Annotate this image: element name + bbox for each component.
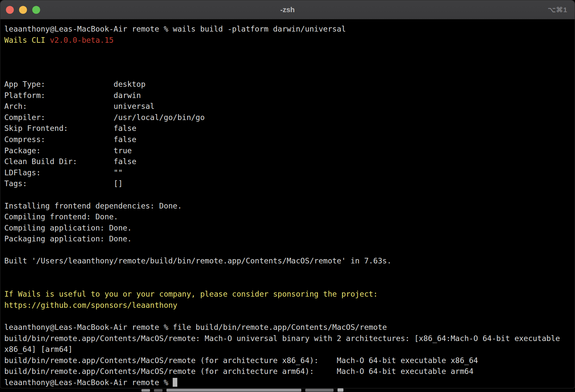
- terminal-line: LDFlags: "": [4, 167, 571, 179]
- terminal-text-span: leaanthony@Leas-MacBook-Air remote % wai…: [4, 25, 346, 33]
- terminal-cursor: [173, 378, 177, 387]
- terminal-text-span: Compress: false: [4, 135, 137, 144]
- terminal-line: Compiler: /usr/local/go/bin/go: [4, 112, 571, 123]
- terminal-text-span: Skip Frontend: false: [4, 124, 137, 133]
- terminal-line: x86_64] [arm64]: [4, 344, 571, 355]
- terminal-text-span: build/bin/remote.app/Contents/MacOS/remo…: [4, 367, 473, 376]
- terminal-text-span: Arch: universal: [4, 102, 155, 110]
- terminal-line: leaanthony@Leas-MacBook-Air remote %: [4, 377, 571, 388]
- terminal-text-span: leaanthony@Leas-MacBook-Air remote %: [4, 378, 173, 387]
- terminal-line: [4, 189, 571, 201]
- terminal-text-span: Compiling frontend: Done.: [4, 212, 118, 221]
- terminal-text-span: build/bin/remote.app/Contents/MacOS/remo…: [4, 334, 560, 343]
- terminal-text-span: v2.0.0-beta.15: [50, 36, 113, 44]
- terminal-text-span: Wails CLI: [4, 36, 50, 44]
- terminal-line: Skip Frontend: false: [4, 123, 571, 134]
- background-fragment: [141, 389, 150, 392]
- terminal-text-span: build/bin/remote.app/Contents/MacOS/remo…: [4, 356, 478, 365]
- terminal-text-span: Installing frontend dependencies: Done.: [4, 202, 182, 210]
- terminal-line: Built '/Users/leaanthony/remote/build/bi…: [4, 256, 571, 267]
- terminal-text-span: Packaging application: Done.: [4, 234, 132, 243]
- terminal-output[interactable]: leaanthony@Leas-MacBook-Air remote % wai…: [0, 19, 575, 388]
- terminal-text-span: App Type: desktop: [4, 80, 145, 88]
- terminal-text-span: Platform: darwin: [4, 91, 141, 100]
- terminal-line: Clean Build Dir: false: [4, 156, 571, 167]
- background-fragment: [154, 389, 162, 392]
- background-fragment: [166, 389, 301, 392]
- terminal-line: Compiling application: Done.: [4, 223, 571, 234]
- terminal-line: https://github.com/sponsors/leaanthony: [4, 300, 571, 311]
- terminal-line: [4, 278, 571, 289]
- terminal-line: [4, 311, 571, 322]
- terminal-line: Arch: universal: [4, 101, 571, 112]
- terminal-line: [4, 68, 571, 79]
- terminal-text-span: LDFlags: "": [4, 168, 123, 177]
- terminal-text-span: Clean Build Dir: false: [4, 157, 137, 166]
- terminal-text-span: If Wails is useful to you or your compan…: [4, 290, 378, 298]
- background-fragment: [305, 389, 334, 392]
- terminal-line: build/bin/remote.app/Contents/MacOS/remo…: [4, 366, 571, 377]
- terminal-line: build/bin/remote.app/Contents/MacOS/remo…: [4, 333, 571, 344]
- terminal-text-span: https://github.com/sponsors/leaanthony: [4, 301, 177, 309]
- terminal-text-span: x86_64] [arm64]: [4, 345, 73, 354]
- terminal-line: Compiling frontend: Done.: [4, 211, 571, 223]
- terminal-text-span: leaanthony@Leas-MacBook-Air remote % fil…: [4, 323, 387, 331]
- window-title: -zsh: [0, 0, 575, 19]
- terminal-text-span: Package: true: [4, 146, 132, 155]
- terminal-text-span: Compiling application: Done.: [4, 224, 132, 232]
- terminal-line: [4, 267, 571, 278]
- terminal-window: -zsh ⌥⌘1 leaanthony@Leas-MacBook-Air rem…: [0, 0, 575, 388]
- terminal-line: Installing frontend dependencies: Done.: [4, 201, 571, 212]
- background-fragment: [338, 388, 343, 392]
- terminal-text-span: Built '/Users/leaanthony/remote/build/bi…: [4, 257, 391, 265]
- terminal-line: Tags: []: [4, 178, 571, 189]
- terminal-line: leaanthony@Leas-MacBook-Air remote % fil…: [4, 322, 571, 333]
- background-window-sliver: [0, 388, 575, 392]
- terminal-line: Package: true: [4, 145, 571, 157]
- terminal-line: [4, 245, 571, 256]
- terminal-line: build/bin/remote.app/Contents/MacOS/remo…: [4, 355, 571, 366]
- terminal-line: leaanthony@Leas-MacBook-Air remote % wai…: [4, 24, 571, 35]
- terminal-line: [4, 57, 571, 68]
- terminal-line: If Wails is useful to you or your compan…: [4, 289, 571, 300]
- terminal-line: Platform: darwin: [4, 90, 571, 101]
- terminal-line: [4, 46, 571, 57]
- terminal-line: Compress: false: [4, 134, 571, 145]
- terminal-text-span: Compiler: /usr/local/go/bin/go: [4, 113, 205, 122]
- terminal-line: Wails CLI v2.0.0-beta.15: [4, 35, 571, 46]
- terminal-line: Packaging application: Done.: [4, 233, 571, 245]
- terminal-line: App Type: desktop: [4, 79, 571, 90]
- window-shortcut: ⌥⌘1: [548, 0, 567, 19]
- titlebar[interactable]: -zsh ⌥⌘1: [0, 0, 575, 19]
- terminal-text-span: Tags: []: [4, 179, 123, 188]
